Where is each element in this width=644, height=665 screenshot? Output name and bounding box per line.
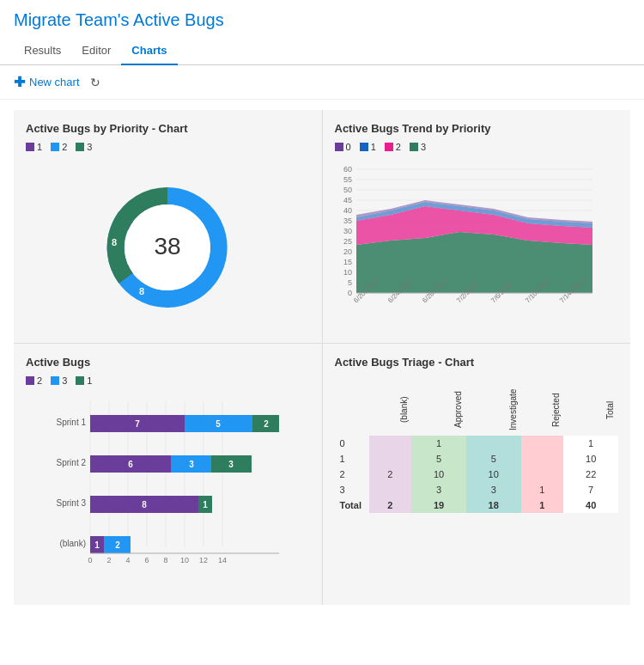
legend-item: 1 [26,142,42,152]
svg-text:25: 25 [343,237,351,246]
svg-text:7: 7 [135,419,140,429]
svg-text:Sprint 1: Sprint 1 [57,418,87,427]
triage-table: (blank) Approved Investigate Rejected To… [335,384,619,513]
svg-text:45: 45 [343,196,351,204]
svg-text:5: 5 [347,278,351,287]
svg-text:8: 8 [142,500,147,509]
area-chart-panel: Active Bugs Trend by Priority 0123 60 55… [323,110,631,343]
svg-text:2: 2 [115,540,120,550]
svg-text:4: 4 [125,556,130,564]
svg-text:3: 3 [228,460,234,469]
new-chart-button[interactable]: ✚ New chart [14,74,80,90]
legend-item: 2 [51,142,67,152]
legend-item: 3 [76,142,92,152]
page-title: Migrate Team's Active Bugs [0,0,644,37]
col-rejected: Rejected [521,384,564,436]
svg-text:1: 1 [94,540,100,550]
legend-item: 1 [360,142,376,152]
table-row: 2 2 10 10 22 [335,467,619,482]
svg-text:3: 3 [189,460,194,469]
svg-text:35: 35 [343,217,351,225]
svg-text:Sprint 3: Sprint 3 [57,498,87,508]
legend-item: 2 [26,375,42,386]
triage-chart-panel: Active Bugs Triage - Chart (blank) Appro… [323,344,631,605]
svg-text:5: 5 [216,419,221,429]
table-row: 1 5 5 10 [335,451,619,467]
svg-text:Sprint 2: Sprint 2 [57,458,87,467]
svg-text:2: 2 [264,419,269,429]
svg-text:6: 6 [144,556,149,564]
col-approved: Approved [411,384,466,436]
svg-text:38: 38 [155,233,181,259]
legend-swatch [360,143,368,151]
table-row: 3 3 3 1 7 [335,482,619,497]
legend-swatch [76,143,84,151]
legend-item: 1 [76,375,92,386]
legend-swatch [385,143,393,151]
svg-text:8: 8 [139,286,144,296]
legend-swatch [26,143,34,151]
svg-text:55: 55 [343,175,351,184]
new-chart-label: New chart [29,76,80,88]
bar-chart-panel: Active Bugs 231 Sprint 1 7 [14,344,322,605]
legend-swatch [76,376,84,385]
legend-swatch [410,143,418,151]
svg-text:15: 15 [343,258,351,266]
area-chart-title: Active Bugs Trend by Priority [335,122,619,135]
svg-text:8: 8 [163,556,167,564]
svg-text:2: 2 [106,556,111,564]
donut-chart-panel: Active Bugs by Priority - Chart 123 [14,110,322,343]
legend-item: 0 [335,142,351,152]
total-row: Total 2 19 18 1 40 [335,497,619,513]
col-blank: (blank) [369,384,412,436]
donut-chart-title: Active Bugs by Priority - Chart [26,122,310,135]
legend-swatch [26,376,34,385]
col-total: Total [563,384,618,436]
area-chart-container: 60 55 50 45 40 35 30 25 20 15 10 5 0 [335,159,619,331]
bar-chart-title: Active Bugs [26,356,310,369]
donut-chart-container: 38 8 8 22 [26,159,310,331]
bar-chart-container: Sprint 1 7 5 2 Sprint 2 6 3 3 Sprint 3 [26,393,310,593]
svg-text:50: 50 [343,186,351,194]
legend-swatch [51,376,59,385]
svg-text:0: 0 [347,289,351,297]
col-investigate: Investigate [466,384,521,436]
charts-grid: Active Bugs by Priority - Chart 123 [14,110,630,605]
legend-item: 2 [385,142,401,152]
legend-item: 3 [51,375,67,386]
svg-text:40: 40 [343,206,351,215]
plus-icon: ✚ [14,74,25,90]
legend-item: 3 [410,142,426,152]
svg-text:(blank): (blank) [59,539,86,548]
tab-editor[interactable]: Editor [71,37,121,65]
tab-charts[interactable]: Charts [121,37,177,65]
svg-text:60: 60 [343,165,351,174]
svg-text:12: 12 [199,556,208,564]
bar-legend: 231 [26,375,310,386]
refresh-button[interactable]: ↻ [90,76,100,89]
svg-text:10: 10 [180,556,189,564]
svg-text:14: 14 [218,556,227,564]
tab-results[interactable]: Results [14,37,71,65]
svg-text:22: 22 [184,265,194,275]
svg-text:20: 20 [343,247,351,256]
legend-swatch [335,143,343,151]
svg-text:1: 1 [203,500,208,509]
svg-text:0: 0 [88,556,92,564]
donut-legend: 123 [26,142,310,152]
svg-text:8: 8 [112,237,117,247]
legend-swatch [51,143,59,151]
toolbar: ✚ New chart ↻ [0,65,644,100]
table-row: 0 1 1 [335,436,619,451]
svg-text:10: 10 [343,268,351,277]
triage-chart-title: Active Bugs Triage - Chart [335,356,619,369]
svg-text:6: 6 [128,460,133,469]
area-legend: 0123 [335,142,619,152]
tab-bar: Results Editor Charts [0,37,644,65]
svg-text:30: 30 [343,227,351,235]
